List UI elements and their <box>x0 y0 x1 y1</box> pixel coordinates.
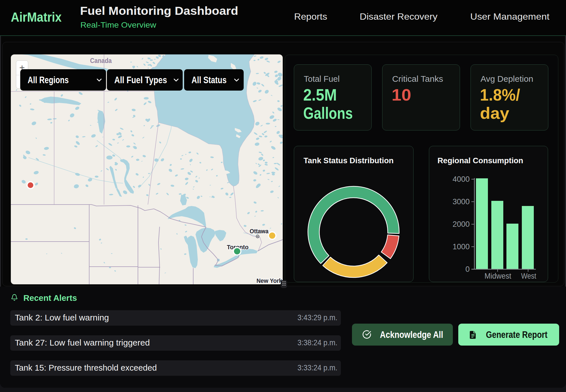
svg-text:Canada: Canada <box>90 57 112 64</box>
svg-text:Ottawa: Ottawa <box>250 228 269 235</box>
svg-text:West: West <box>521 272 536 280</box>
svg-text:2000: 2000 <box>453 220 470 228</box>
svg-text:New York: New York <box>256 277 282 284</box>
svg-text:3000: 3000 <box>453 197 470 206</box>
svg-text:0: 0 <box>465 265 470 273</box>
svg-text:Midwest: Midwest <box>484 272 511 280</box>
svg-text:1000: 1000 <box>453 242 470 251</box>
svg-text:4000: 4000 <box>453 175 470 183</box>
